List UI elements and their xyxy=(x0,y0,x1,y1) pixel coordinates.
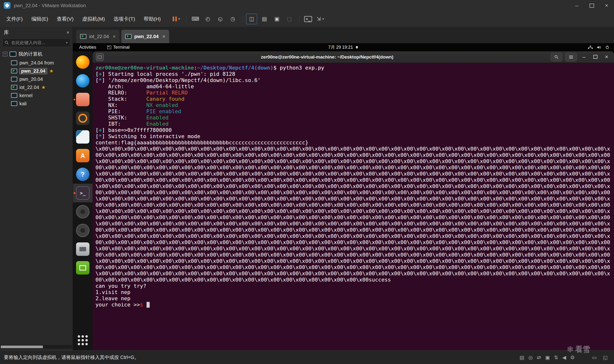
activities-button[interactable]: Activities xyxy=(79,45,96,50)
menu-help[interactable]: 帮助(H) xyxy=(139,13,165,25)
search-dropdown-icon[interactable]: ▼ xyxy=(65,41,68,44)
vm-screen[interactable]: Activities Terminal 7月 29 19:21 A?>_ zer… xyxy=(73,43,614,351)
vm-item-pwn_20.04[interactable]: pwn_20.04 xyxy=(11,75,73,83)
dock-help[interactable]: ? xyxy=(73,165,92,184)
open-terminal-icon: >_ xyxy=(304,16,312,22)
snapshot-revert-button[interactable]: ◵ xyxy=(215,14,225,24)
hamburger-menu-icon xyxy=(569,55,573,59)
ubuntu-topbar: Activities Terminal 7月 29 19:21 xyxy=(73,43,614,51)
vm-screen-icon xyxy=(11,69,17,73)
dock-package-installer[interactable] xyxy=(73,259,92,277)
dock-libreoffice-writer[interactable] xyxy=(73,128,92,146)
snapshot-take-button[interactable]: ◴ xyxy=(202,14,213,24)
terminal-close-button[interactable]: × xyxy=(602,54,611,60)
terminal-line: [+] Starting local process './pwn': pid … xyxy=(95,71,611,77)
pause-icon xyxy=(173,16,177,21)
system-status-area[interactable] xyxy=(588,45,609,49)
clock-label: 7月 29 19:21 xyxy=(328,44,353,50)
floppy-icon[interactable]: ▣ xyxy=(545,355,550,360)
terminal-line: content:flag{aaaabbbbbbbbbbbbbbbbbbbbbbb… xyxy=(95,140,611,146)
library-title: 库 xyxy=(4,29,9,36)
open-terminal-button[interactable]: >_ xyxy=(303,14,313,24)
vm-item-label: pwn_24.04 from xyxy=(19,60,54,66)
dock-thunderbird[interactable] xyxy=(73,71,92,90)
suspend-button[interactable]: ▼ xyxy=(171,14,182,24)
menu-tabs[interactable]: 选项卡(T) xyxy=(109,13,139,25)
vm-item-kali[interactable]: kali xyxy=(11,100,73,108)
menu-edit[interactable]: 编辑(E) xyxy=(27,13,52,25)
library-hscrollbar[interactable] xyxy=(0,345,72,349)
library-search-input[interactable] xyxy=(11,40,65,46)
menu-items: 文件(F)编辑(E)查看(V)虚拟机(M)选项卡(T)帮助(H) xyxy=(0,13,165,25)
vm-item-kernel[interactable]: kernel xyxy=(11,91,73,100)
snapshot-manager-button[interactable]: ◷ xyxy=(227,14,238,24)
terminal-line: [+] base=>0x7ffff7800000 xyxy=(95,127,611,133)
vm-item-pwn_24.04-from[interactable]: pwn_24.04 from xyxy=(11,59,73,67)
window-minimize-button[interactable]: – xyxy=(569,0,584,11)
harddisk-icon[interactable]: ▤ xyxy=(520,355,524,360)
kanxue-watermark: ❄ 看雪 xyxy=(566,344,590,354)
dock-firefox[interactable] xyxy=(73,53,92,71)
window-close-button[interactable]: × xyxy=(599,0,614,11)
dock-terminal[interactable]: >_ xyxy=(73,184,92,202)
focused-app-menu[interactable]: Terminal xyxy=(107,45,130,50)
terminal-menu-button[interactable] xyxy=(565,53,577,61)
dock-app-dark-1[interactable] xyxy=(73,202,92,221)
vmware-logo-icon xyxy=(4,2,11,9)
show-applications-button[interactable] xyxy=(73,331,92,350)
library-close-button[interactable]: × xyxy=(66,30,69,35)
terminal-body[interactable]: zer00ne@zer00ne-virtual-machine:~/Deskto… xyxy=(92,63,614,351)
network-adapter-icon[interactable]: ⇄ xyxy=(537,355,541,360)
show-apps-icon xyxy=(78,335,88,345)
tab-close-icon[interactable]: × xyxy=(162,34,165,39)
dock-app-dark-2[interactable] xyxy=(73,221,92,240)
vm-item-pwn_22.04[interactable]: pwn_22.04★ xyxy=(11,67,73,75)
thumbnail-bar-button[interactable]: ▤ xyxy=(259,14,270,24)
tree-root-my-computer[interactable]: − 我的计算机 xyxy=(0,49,73,59)
tab-iot_22.04[interactable]: iot_22.04× xyxy=(76,30,119,43)
menu-file[interactable]: 文件(F) xyxy=(2,13,27,25)
window-maximize-button[interactable] xyxy=(584,0,599,11)
collapse-icon[interactable]: − xyxy=(3,52,7,56)
notification-bell-icon xyxy=(355,46,359,49)
dock-files[interactable] xyxy=(73,90,92,109)
vm-list: pwn_24.04 frompwn_22.04★pwn_20.04iot_22.… xyxy=(0,59,73,108)
terminal-search-button[interactable] xyxy=(551,53,562,61)
menu-vm[interactable]: 虚拟机(M) xyxy=(78,13,109,25)
clock-button[interactable]: 7月 29 19:21 xyxy=(328,44,359,50)
thumbnail-bar-icon: ▤ xyxy=(262,16,267,22)
vm-item-iot_22.04[interactable]: iot_22.04★ xyxy=(11,83,73,91)
vm-screen-icon xyxy=(11,93,17,98)
menu-view[interactable]: 查看(V) xyxy=(52,13,78,25)
dock-ubuntu-software[interactable]: A xyxy=(73,146,92,165)
ctrl-alt-del-button[interactable]: ⌨ xyxy=(190,14,200,24)
dock-disks[interactable] xyxy=(73,240,92,259)
library-search: ▼ xyxy=(2,38,70,47)
fit-guest-button[interactable]: ▣ xyxy=(272,14,282,24)
library-hscrollbar-thumb[interactable] xyxy=(1,346,43,348)
tab-pwn_22.04[interactable]: pwn_22.04× xyxy=(121,30,169,43)
terminal-maximize-button[interactable] xyxy=(591,54,599,60)
terminal-header[interactable]: zer00ne@zer00ne-virtual-machine: ~/Deskt… xyxy=(92,51,614,63)
volume-status-icon xyxy=(597,46,601,49)
library-toggle-button[interactable]: ◫ xyxy=(246,14,257,24)
sound-icon[interactable]: ◀ xyxy=(562,355,566,360)
terminal-icon: >_ xyxy=(76,186,90,200)
usb-icon[interactable]: ⇅ xyxy=(554,355,558,360)
maximize-icon xyxy=(593,55,598,59)
message-log-icon[interactable]: ▭ xyxy=(592,355,597,360)
restore-layout-icon[interactable]: ◱ xyxy=(603,355,608,360)
star-icon: ★ xyxy=(49,68,53,74)
unity-mode-icon: ▢ xyxy=(287,16,292,22)
terminal-minimize-button[interactable]: – xyxy=(580,54,588,60)
dock-rhythmbox[interactable] xyxy=(73,109,92,128)
fullscreen-button[interactable]: ⇲▼ xyxy=(315,14,326,24)
tab-close-icon[interactable]: × xyxy=(113,34,116,39)
cdrom-icon[interactable]: ◎ xyxy=(528,355,533,360)
terminal-title: zer00ne@zer00ne-virtual-machine: ~/Deskt… xyxy=(104,54,551,60)
unity-mode-button[interactable]: ▢ xyxy=(284,14,295,24)
help-icon: ? xyxy=(76,168,90,181)
vm-item-label: iot_22.04 xyxy=(19,85,39,90)
virtual-printer-icon[interactable]: ⚙ xyxy=(570,355,575,360)
library-header: 库 × xyxy=(0,27,73,38)
